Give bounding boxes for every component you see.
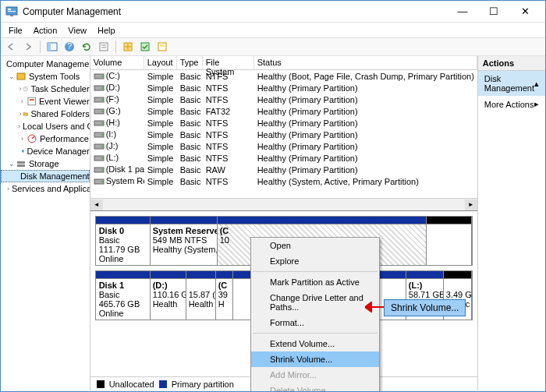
context-menu[interactable]: Open Explore Mark Partition as Active Ch… — [250, 237, 380, 392]
settings-button[interactable] — [97, 40, 111, 54]
volume-row[interactable]: (C:)SimpleBasicNTFSHealthy (Boot, Page F… — [90, 70, 477, 82]
collapse-icon: ▴ — [534, 79, 539, 89]
col-layout[interactable]: Layout — [144, 56, 177, 69]
svg-point-47 — [101, 157, 103, 159]
menu-help[interactable]: Help — [92, 24, 121, 37]
svg-rect-26 — [17, 161, 25, 164]
disk-0-info: Disk 0 Basic 111.79 GB Online — [96, 217, 151, 265]
callout-label: Shrink Volume... — [384, 299, 466, 316]
disk1-part-d[interactable]: (D:)110.16 GHealth — [151, 271, 186, 320]
svg-text:?: ? — [67, 41, 72, 51]
ctx-mark-active[interactable]: Mark Partition as Active — [251, 274, 379, 290]
menu-file[interactable]: File — [3, 24, 28, 37]
legend-unallocated-swatch — [97, 380, 105, 388]
window-title: Computer Management — [23, 6, 447, 17]
svg-rect-14 — [160, 44, 165, 47]
title-bar: Computer Management — ☐ ✕ — [1, 1, 545, 23]
tree-system-tools[interactable]: ⌄System Tools — [1, 70, 90, 83]
disk1-part-2[interactable]: 15.87 (Health — [186, 271, 216, 320]
legend-unallocated-label: Unallocated — [109, 380, 154, 389]
tree-storage[interactable]: ⌄Storage — [1, 157, 90, 170]
tree-root[interactable]: Computer Management (Local — [1, 58, 90, 70]
volume-list[interactable]: Volume Layout Type File System Status (C… — [90, 56, 477, 210]
toolbar: ? — [1, 37, 545, 56]
svg-rect-17 — [17, 73, 25, 79]
tree-services-apps[interactable]: ›Services and Applications — [1, 182, 90, 195]
horizontal-scrollbar[interactable]: ◄► — [90, 198, 477, 210]
svg-point-43 — [101, 134, 103, 136]
actions-disk-management[interactable]: Disk Management▴ — [478, 71, 545, 96]
tree-device-manager[interactable]: Device Manager — [1, 145, 90, 157]
col-status[interactable]: Status — [254, 56, 477, 69]
svg-rect-5 — [48, 43, 51, 51]
disk1-part-3[interactable]: (C39H — [216, 271, 233, 320]
col-type[interactable]: Type — [177, 56, 203, 69]
svg-point-35 — [101, 87, 103, 89]
show-hide-tree-button[interactable] — [45, 40, 59, 54]
menu-action[interactable]: Action — [28, 24, 63, 37]
col-volume[interactable]: Volume — [90, 56, 144, 69]
volume-row[interactable]: (G:)SimpleBasicFAT32Healthy (Primary Par… — [90, 105, 477, 117]
tree-shared-folders[interactable]: ›Shared Folders — [1, 108, 90, 120]
ctx-change-letter[interactable]: Change Drive Letter and Paths... — [251, 290, 379, 315]
ctx-format[interactable]: Format... — [251, 315, 379, 330]
actions-header: Actions — [478, 56, 545, 71]
svg-rect-19 — [28, 97, 36, 105]
svg-point-37 — [101, 99, 103, 101]
volume-row[interactable]: (I:)SimpleBasicNTFSHealthy (Primary Part… — [90, 129, 477, 140]
ctx-explore[interactable]: Explore — [251, 253, 379, 269]
navigation-tree[interactable]: Computer Management (Local ⌄System Tools… — [1, 56, 90, 390]
scroll-left-icon[interactable]: ◄ — [90, 200, 103, 210]
svg-point-39 — [101, 111, 103, 112]
tree-performance[interactable]: ›Performance — [1, 132, 90, 145]
scroll-right-icon[interactable]: ► — [465, 200, 477, 210]
ctx-shrink[interactable]: Shrink Volume... — [251, 351, 379, 367]
tree-event-viewer[interactable]: ›Event Viewer — [1, 95, 90, 108]
ctx-add-mirror: Add Mirror... — [251, 367, 379, 383]
toolbar-button-1[interactable] — [121, 40, 135, 54]
ctx-extend[interactable]: Extend Volume... — [251, 336, 379, 351]
menu-view[interactable]: View — [62, 24, 92, 37]
disk0-part-system-reserved[interactable]: System Reserve549 MB NTFSHealthy (System… — [151, 217, 218, 265]
actions-pane: Actions Disk Management▴ More Actions▸ — [478, 56, 545, 390]
back-button[interactable] — [4, 40, 18, 54]
tree-task-scheduler[interactable]: ›Task Scheduler — [1, 83, 90, 95]
ctx-open[interactable]: Open — [251, 238, 379, 253]
svg-rect-8 — [100, 43, 108, 51]
actions-more[interactable]: More Actions▸ — [478, 96, 545, 112]
menu-bar: File Action View Help — [1, 23, 545, 37]
tree-local-users[interactable]: ›Local Users and Groups — [1, 120, 90, 132]
svg-point-41 — [101, 122, 103, 124]
volume-row[interactable]: (Disk 1 partition 2)SimpleBasicRAWHealth… — [90, 164, 477, 175]
svg-rect-20 — [29, 99, 34, 101]
refresh-button[interactable] — [80, 40, 94, 54]
svg-rect-25 — [22, 152, 23, 153]
forward-button[interactable] — [21, 40, 35, 54]
app-icon — [5, 5, 18, 18]
volume-row[interactable]: (H:)SimpleBasicNTFSHealthy (Primary Part… — [90, 117, 477, 129]
volume-row[interactable]: (F:)SimpleBasicNTFSHealthy (Primary Part… — [90, 94, 477, 105]
disk0-part-empty[interactable] — [427, 217, 472, 265]
svg-point-33 — [101, 76, 103, 77]
volume-row[interactable]: (D:)SimpleBasicNTFSHealthy (Primary Part… — [90, 82, 477, 94]
svg-rect-3 — [10, 15, 13, 16]
toolbar-button-3[interactable] — [155, 40, 169, 54]
toolbar-button-2[interactable] — [138, 40, 152, 54]
tree-disk-management[interactable]: Disk Management — [1, 170, 90, 182]
volume-row[interactable]: System Reserved (K:)SimpleBasicNTFSHealt… — [90, 175, 477, 187]
minimize-button[interactable]: — — [447, 1, 478, 23]
help-button[interactable]: ? — [62, 40, 76, 54]
chevron-right-icon: ▸ — [534, 99, 539, 109]
legend-primary-swatch — [159, 380, 167, 388]
svg-point-49 — [101, 169, 103, 171]
volume-list-header[interactable]: Volume Layout Type File System Status — [90, 56, 477, 70]
col-filesystem[interactable]: File System — [203, 56, 254, 69]
maximize-button[interactable]: ☐ — [478, 1, 509, 23]
close-button[interactable]: ✕ — [509, 1, 541, 23]
volume-row[interactable]: (L:)SimpleBasicNTFSHealthy (Primary Part… — [90, 152, 477, 164]
svg-rect-24 — [22, 150, 24, 152]
disk-1-info: Disk 1 Basic 465.76 GB Online — [96, 271, 151, 320]
volume-row[interactable]: (J:)SimpleBasicNTFSHealthy (Primary Part… — [90, 140, 477, 152]
svg-rect-27 — [17, 164, 25, 167]
red-arrow-icon — [365, 302, 384, 313]
